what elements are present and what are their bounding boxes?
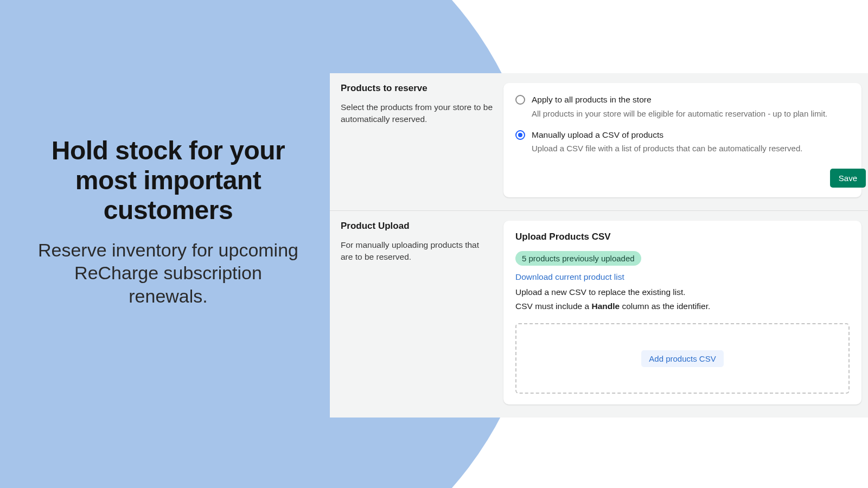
radio-option-upload-csv[interactable]: Manually upload a CSV of products Upload… [515, 129, 850, 155]
hero-subtitle: Reserve inventory for upcoming ReCharge … [33, 239, 304, 308]
radio-icon [515, 95, 525, 105]
hero-title: Hold stock for your most important custo… [33, 136, 304, 226]
section-product-upload: Product Upload For manually uploading pr… [330, 210, 868, 418]
reserve-options-card: Apply to all products in the store All p… [503, 83, 861, 197]
radio-sublabel: Upload a CSV file with a list of product… [532, 143, 802, 154]
hero-section: Hold stock for your most important custo… [33, 136, 304, 307]
radio-label: Manually upload a CSV of products [532, 129, 802, 141]
section-title: Products to reserve [341, 83, 493, 94]
upload-card-title: Upload Products CSV [515, 232, 850, 242]
section-description: For manually uploading products that are… [341, 239, 493, 262]
radio-option-all-products[interactable]: Apply to all products in the store All p… [515, 94, 850, 119]
radio-label: Apply to all products in the store [532, 94, 827, 106]
radio-sublabel: All products in your store will be eligi… [532, 108, 827, 119]
save-button[interactable]: Save [830, 169, 866, 188]
download-product-list-link[interactable]: Download current product list [515, 272, 850, 282]
csv-dropzone[interactable]: Add products CSV [515, 323, 850, 394]
add-products-csv-button[interactable]: Add products CSV [641, 350, 723, 367]
section-title: Product Upload [341, 221, 493, 232]
upload-card: Upload Products CSV 5 products previousl… [503, 221, 861, 404]
section-header: Product Upload For manually uploading pr… [341, 221, 493, 404]
upload-replace-note: Upload a new CSV to replace the existing… [515, 287, 850, 297]
section-products-to-reserve: Products to reserve Select the products … [330, 73, 868, 210]
app-settings-panel: Products to reserve Select the products … [330, 73, 868, 418]
section-description: Select the products from your store to b… [341, 101, 493, 125]
radio-icon [515, 130, 525, 140]
uploaded-count-badge: 5 products previously uploaded [515, 251, 641, 266]
upload-csv-format-note: CSV must include a Handle column as the … [515, 301, 850, 311]
section-header: Products to reserve Select the products … [341, 83, 493, 197]
